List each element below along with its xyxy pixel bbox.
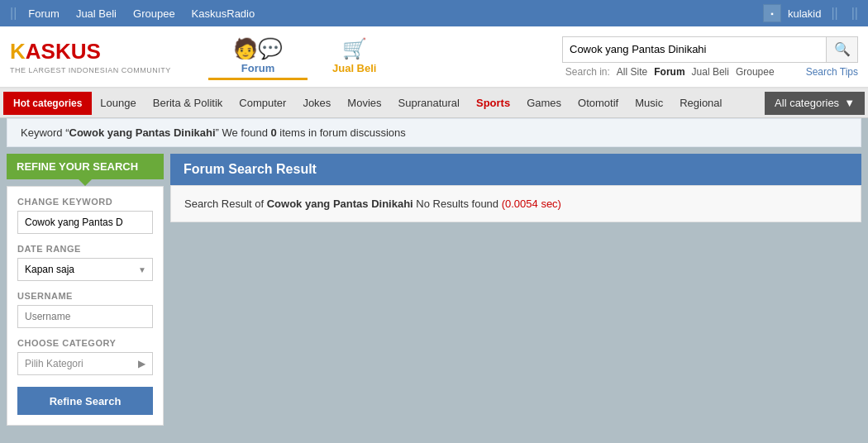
logo-askus: ASKUS xyxy=(26,39,101,64)
nav-divider-right2: || xyxy=(851,6,858,21)
search-option-groupee[interactable]: Groupee xyxy=(736,66,775,78)
result-header: Forum Search Result xyxy=(170,154,861,185)
jualbeli-label: Jual Beli xyxy=(332,62,376,74)
keyword-input[interactable] xyxy=(17,211,153,234)
hot-categories-button[interactable]: Hot categories xyxy=(3,92,92,115)
cat-berita[interactable]: Berita & Politik xyxy=(145,88,231,118)
top-nav: || Forum Jual Beli Groupee KaskusRadio ▪… xyxy=(0,0,868,26)
cat-regional[interactable]: Regional xyxy=(671,88,730,118)
keyword-prefix: Keyword “ xyxy=(21,126,69,139)
username-input[interactable] xyxy=(17,305,153,328)
search-area: 🔍 Search in: All Site Forum Jual Beli Gr… xyxy=(562,36,858,78)
search-box-row: 🔍 xyxy=(562,36,858,63)
nav-divider-left: || xyxy=(10,6,17,21)
cat-computer[interactable]: Computer xyxy=(231,88,294,118)
logo: KASKUS xyxy=(10,39,192,64)
no-results-bar: Search Result of Cowok yang Pantas Dinik… xyxy=(170,185,861,222)
result-count: 0 xyxy=(271,126,277,139)
cat-movies[interactable]: Movies xyxy=(339,88,389,118)
search-button[interactable]: 🔍 xyxy=(827,36,858,63)
search-input[interactable] xyxy=(562,36,827,63)
refine-header: REFINE YOUR SEARCH xyxy=(7,154,164,179)
nav-kaskusradio[interactable]: KaskusRadio xyxy=(184,7,264,20)
cat-jokes[interactable]: Jokes xyxy=(294,88,339,118)
cat-lounge[interactable]: Lounge xyxy=(92,88,144,118)
date-range-select[interactable]: Kapan saja Hari ini Minggu ini Bulan ini xyxy=(17,258,153,281)
logo-area: KASKUS THE LARGEST INDONESIAN COMMUNITY xyxy=(10,39,192,74)
jualbeli-icon: 🛒 xyxy=(342,37,367,60)
cat-supranatural[interactable]: Supranatural xyxy=(390,88,468,118)
result-keyword: Cowok yang Pantas Dinikahi xyxy=(267,198,413,210)
no-results-text: No Results found xyxy=(416,198,501,210)
username-label: kulakid xyxy=(788,7,821,20)
search-option-allsite[interactable]: All Site xyxy=(617,66,647,78)
keyword-suffix: ” We found xyxy=(216,126,271,139)
all-categories-label: All categories xyxy=(775,97,839,109)
cat-games[interactable]: Games xyxy=(518,88,570,118)
category-select-display[interactable]: Pilih Kategori ▶ xyxy=(17,352,153,375)
nav-forum[interactable]: Forum xyxy=(20,7,68,20)
nav-divider-right1: || xyxy=(831,6,837,21)
search-in-label: Search in: xyxy=(565,66,610,78)
all-categories-button[interactable]: All categories ▼ xyxy=(765,92,865,115)
nav-jualbeli[interactable]: Jual Beli xyxy=(68,7,125,20)
nav-icons: 🧑‍💬 Forum 🛒 Jual Beli xyxy=(208,34,401,80)
cat-otomotif[interactable]: Otomotif xyxy=(570,88,627,118)
content-area: REFINE YOUR SEARCH CHANGE KEYWORD DATE R… xyxy=(0,147,868,432)
choose-category-label: CHOOSE CATEGORY xyxy=(17,338,153,348)
result-count-suffix: items in forum discussions xyxy=(277,126,406,139)
refine-search-button[interactable]: Refine Search xyxy=(17,387,153,415)
keyword-result-bar: Keyword “Cowok yang Pantas Dinikahi” We … xyxy=(7,118,861,147)
sidebar-form: CHANGE KEYWORD DATE RANGE Kapan saja Har… xyxy=(7,186,164,426)
logo-k: K xyxy=(10,39,26,64)
logo-tagline: THE LARGEST INDONESIAN COMMUNITY xyxy=(10,66,192,74)
date-range-wrapper: Kapan saja Hari ini Minggu ini Bulan ini… xyxy=(17,258,153,281)
sidebar: REFINE YOUR SEARCH CHANGE KEYWORD DATE R… xyxy=(7,154,164,426)
category-arrow-icon: ▶ xyxy=(138,358,145,369)
top-nav-right: ▪ kulakid || || xyxy=(763,4,861,22)
forum-icon: 🧑‍💬 xyxy=(233,37,283,60)
main-content: Forum Search Result Search Result of Cow… xyxy=(170,154,861,426)
date-range-label: DATE RANGE xyxy=(17,244,153,254)
timing-text: (0.0054 sec) xyxy=(502,198,561,210)
search-tips-link[interactable]: Search Tips xyxy=(806,66,858,78)
nav-icon-jualbeli[interactable]: 🛒 Jual Beli xyxy=(308,34,401,80)
cat-music[interactable]: Music xyxy=(627,88,671,118)
result-prefix: Search Result of xyxy=(184,198,267,210)
search-option-forum[interactable]: Forum xyxy=(654,66,684,78)
refine-label: REFINE YOUR SEARCH xyxy=(17,160,138,173)
search-options: Search in: All Site Forum Jual Beli Grou… xyxy=(565,66,858,78)
all-categories-arrow: ▼ xyxy=(844,97,855,109)
header: KASKUS THE LARGEST INDONESIAN COMMUNITY … xyxy=(0,26,868,88)
category-placeholder: Pilih Kategori xyxy=(25,358,83,369)
forum-label: Forum xyxy=(241,62,274,74)
username-label: USERNAME xyxy=(17,291,153,301)
keyword-text: Cowok yang Pantas Dinikahi xyxy=(69,126,216,139)
search-option-jualbeli[interactable]: Jual Beli xyxy=(692,66,729,78)
cat-sports[interactable]: Sports xyxy=(468,88,518,118)
nav-groupee[interactable]: Groupee xyxy=(125,7,184,20)
category-bar: Hot categories Lounge Berita & Politik C… xyxy=(0,88,868,118)
category-select-wrapper: Pilih Kategori ▶ xyxy=(17,352,153,375)
change-keyword-label: CHANGE KEYWORD xyxy=(17,197,153,207)
nav-icon-forum[interactable]: 🧑‍💬 Forum xyxy=(208,34,308,80)
user-avatar-icon: ▪ xyxy=(763,4,781,22)
